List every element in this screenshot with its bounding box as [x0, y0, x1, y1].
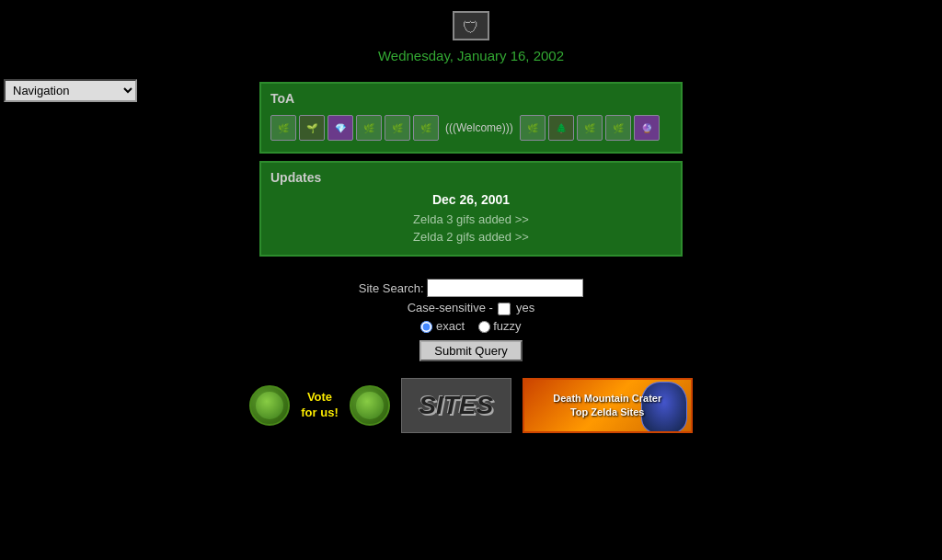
updates-link-2[interactable]: Zelda 2 gifs added >> — [270, 230, 672, 244]
yes-label: yes — [516, 301, 534, 314]
toa-icon-9[interactable]: 🌿 — [577, 115, 603, 141]
fuzzy-label: fuzzy — [493, 319, 521, 333]
welcome-text: (((Welcome))) — [445, 121, 513, 134]
toa-icon-4[interactable]: 🌿 — [356, 115, 382, 141]
toa-icon-1[interactable]: 🌿 — [270, 115, 296, 141]
updates-date: Dec 26, 2001 — [270, 192, 672, 207]
vote-coin-inner-1 — [256, 392, 283, 419]
updates-box: Updates Dec 26, 2001 Zelda 3 gifs added … — [259, 161, 683, 257]
exact-label: exact — [436, 319, 465, 333]
toa-icon-6[interactable]: 🌿 — [413, 115, 439, 141]
toa-icon-10[interactable]: 🌿 — [605, 115, 631, 141]
zelda-banner[interactable]: Death Mountain Crater Top Zelda Sites — [523, 378, 693, 433]
toa-icon-7[interactable]: 🌿 — [520, 115, 546, 141]
toa-icon-11[interactable]: 🔮 — [634, 115, 660, 141]
toa-icon-3[interactable]: 💎 — [327, 115, 353, 141]
vote-coin-inner-2 — [356, 392, 384, 419]
search-type-row: exact fuzzy — [359, 319, 583, 333]
nav-select[interactable]: Navigation Home Zelda Links — [4, 79, 137, 102]
case-sensitive-label: Case-sensitive - — [408, 301, 493, 314]
case-sensitive-checkbox[interactable] — [498, 303, 511, 315]
navigation-dropdown[interactable]: Navigation Home Zelda Links — [4, 79, 137, 102]
sites-banner[interactable]: SITES — [401, 378, 511, 433]
toa-box: ToA 🌿 🌱 💎 🌿 🌿 🌿 (((Welcome))) 🌿 🌲 🌿 🌿 🔮 — [259, 82, 683, 154]
sites-text: SITES — [419, 391, 493, 420]
toa-icon-2[interactable]: 🌱 — [299, 115, 325, 141]
search-row: Site Search: — [359, 279, 583, 297]
zelda-banner-text: Death Mountain Crater Top Zelda Sites — [553, 392, 661, 418]
search-label: Site Search: — [359, 281, 424, 295]
fuzzy-radio[interactable] — [478, 321, 490, 333]
site-logo-icon: 🛡 — [453, 11, 489, 40]
header-logo: 🛡 — [0, 0, 942, 44]
toa-icons-row: 🌿 🌱 💎 🌿 🌿 🌿 (((Welcome))) 🌿 🌲 🌿 🌿 🔮 — [270, 111, 672, 144]
updates-title: Updates — [270, 170, 672, 185]
search-input[interactable] — [427, 279, 583, 297]
updates-link-1[interactable]: Zelda 3 gifs added >> — [270, 212, 672, 226]
toa-title: ToA — [270, 91, 672, 106]
footer-section: Votefor us! SITES Death Mountain Crater … — [249, 378, 692, 451]
case-sensitive-row: Case-sensitive - yes — [359, 301, 583, 315]
submit-query-button[interactable]: Submit Query — [419, 340, 522, 361]
vote-coin-1[interactable] — [249, 385, 290, 426]
exact-radio[interactable] — [420, 321, 432, 333]
vote-coin-2[interactable] — [350, 385, 390, 426]
date-display: Wednesday, January 16, 2002 — [0, 44, 942, 73]
toa-icon-5[interactable]: 🌿 — [385, 115, 410, 141]
search-section: Site Search: Case-sensitive - yes exact … — [359, 275, 583, 361]
main-content: ToA 🌿 🌱 💎 🌿 🌿 🌿 (((Welcome))) 🌿 🌲 🌿 🌿 🔮 … — [0, 73, 942, 451]
vote-text: Votefor us! — [301, 390, 338, 421]
toa-icon-8[interactable]: 🌲 — [548, 115, 574, 141]
